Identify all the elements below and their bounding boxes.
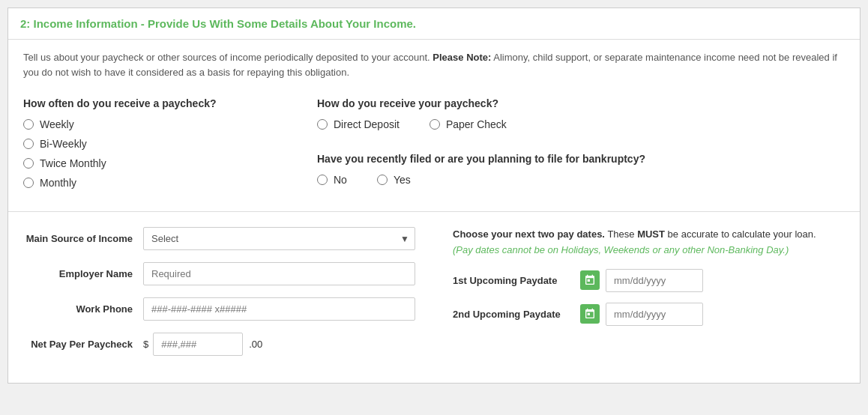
- radio-twice-monthly-label: Twice Monthly: [40, 157, 106, 169]
- radio-biweekly[interactable]: Bi-Weekly: [23, 138, 287, 150]
- section-number: 2: Income Information -: [20, 17, 148, 30]
- main-source-select[interactable]: Select: [143, 227, 415, 250]
- paycheck-method-block: How do you receive your paycheck? Direct…: [317, 97, 845, 138]
- right-questions: How do you receive your paycheck? Direct…: [317, 97, 845, 196]
- employer-name-row: Employer Name: [23, 262, 415, 285]
- pay-dates-title: Choose your next two pay dates. These MU…: [453, 227, 845, 258]
- second-calendar-icon[interactable]: [580, 304, 600, 324]
- bankruptcy-block: Have you recently filed or are you plann…: [317, 153, 845, 193]
- radio-yes-input[interactable]: [377, 175, 388, 185]
- bankruptcy-radio-row: No Yes: [317, 174, 845, 193]
- second-paydate-label: 2nd Upcoming Paydate: [453, 309, 580, 320]
- dollar-sign: $: [143, 339, 148, 350]
- radio-twice-monthly-input[interactable]: [23, 158, 34, 169]
- page-container: 2: Income Information - Provide Us With …: [7, 7, 861, 384]
- method-label: How do you receive your paycheck?: [317, 97, 845, 109]
- radio-no-label: No: [334, 174, 347, 186]
- form-area: Main Source of Income Select ▼ Employer …: [8, 212, 860, 383]
- radio-direct-deposit-input[interactable]: [317, 119, 328, 130]
- first-paydate-label: 1st Upcoming Paydate: [453, 275, 580, 286]
- radio-paper-check-input[interactable]: [430, 119, 440, 130]
- radio-twice-monthly[interactable]: Twice Monthly: [23, 157, 287, 169]
- radio-weekly[interactable]: Weekly: [23, 118, 287, 130]
- radio-no-input[interactable]: [317, 175, 328, 185]
- section-header: 2: Income Information - Provide Us With …: [8, 8, 860, 40]
- pay-dates-rest: be accurate to calculate your loan.: [665, 228, 816, 240]
- radio-paper-check[interactable]: Paper Check: [430, 118, 507, 130]
- radio-monthly-input[interactable]: [23, 178, 34, 188]
- frequency-label: How often do you receive a paycheck?: [23, 97, 287, 109]
- cents-label: .00: [249, 339, 262, 350]
- work-phone-row: Work Phone: [23, 297, 415, 321]
- info-main: Tell us about your paycheck or other sou…: [23, 52, 430, 63]
- paycheck-frequency-block: How often do you receive a paycheck? Wee…: [23, 97, 287, 196]
- main-source-row: Main Source of Income Select ▼: [23, 227, 415, 250]
- first-paydate-input[interactable]: [606, 269, 703, 292]
- pay-dates-title-main: Choose your next two pay dates.: [453, 228, 605, 240]
- info-bold: Please Note:: [433, 52, 491, 63]
- first-calendar-icon[interactable]: [580, 270, 600, 290]
- second-paydate-input[interactable]: [606, 303, 703, 326]
- work-phone-input[interactable]: [143, 297, 415, 321]
- radio-yes-label: Yes: [394, 174, 411, 186]
- calendar-svg-2: [584, 308, 596, 320]
- radio-yes[interactable]: Yes: [377, 174, 411, 186]
- pay-dates-must: MUST: [637, 228, 665, 240]
- method-radio-row: Direct Deposit Paper Check: [317, 118, 845, 138]
- radio-biweekly-input[interactable]: [23, 139, 34, 149]
- main-source-wrapper: Select ▼: [143, 227, 415, 250]
- pay-dates-italic: (Pay dates cannot be on Holidays, Weeken…: [453, 244, 789, 255]
- left-form: Main Source of Income Select ▼ Employer …: [23, 227, 415, 368]
- employer-name-label: Employer Name: [23, 268, 143, 279]
- radio-monthly[interactable]: Monthly: [23, 177, 287, 189]
- radio-no[interactable]: No: [317, 174, 347, 186]
- info-text: Tell us about your paycheck or other sou…: [8, 40, 860, 90]
- radio-direct-deposit[interactable]: Direct Deposit: [317, 118, 400, 130]
- net-pay-row: Net Pay Per Paycheck $ .00: [23, 333, 415, 356]
- right-form: Choose your next two pay dates. These MU…: [438, 227, 845, 368]
- net-pay-input[interactable]: [153, 333, 243, 356]
- first-paydate-row: 1st Upcoming Paydate: [453, 269, 845, 292]
- questions-area: How often do you receive a paycheck? Wee…: [8, 90, 860, 211]
- radio-paper-check-label: Paper Check: [446, 118, 507, 130]
- radio-weekly-input[interactable]: [23, 119, 34, 130]
- second-paydate-row: 2nd Upcoming Paydate: [453, 303, 845, 326]
- section-subtitle: Provide Us With Some Details About Your …: [148, 17, 416, 30]
- employer-name-input[interactable]: [143, 262, 415, 285]
- bankruptcy-label: Have you recently filed or are you plann…: [317, 153, 845, 165]
- main-source-label: Main Source of Income: [23, 233, 143, 244]
- radio-weekly-label: Weekly: [40, 118, 74, 130]
- net-pay-group: $ .00: [143, 333, 262, 356]
- work-phone-label: Work Phone: [23, 303, 143, 315]
- radio-monthly-label: Monthly: [40, 177, 76, 189]
- net-pay-label: Net Pay Per Paycheck: [23, 339, 143, 350]
- radio-biweekly-label: Bi-Weekly: [40, 138, 87, 150]
- radio-direct-deposit-label: Direct Deposit: [334, 118, 400, 130]
- calendar-svg-1: [584, 274, 596, 286]
